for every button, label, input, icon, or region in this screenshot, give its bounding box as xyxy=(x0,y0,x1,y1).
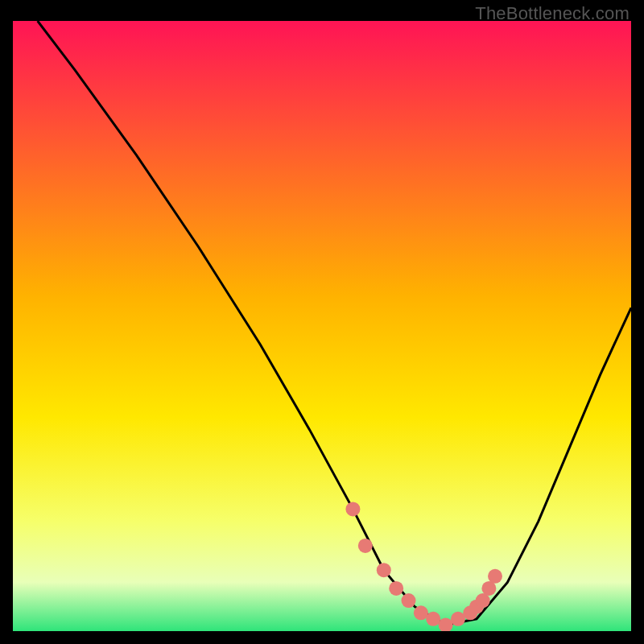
highlight-dot xyxy=(451,612,465,626)
highlight-dot xyxy=(377,563,391,577)
chart-frame xyxy=(13,21,631,631)
highlight-dot xyxy=(358,539,373,553)
highlight-dot xyxy=(345,502,360,516)
highlight-dot xyxy=(402,593,416,608)
highlight-dot xyxy=(414,605,428,620)
chart-svg xyxy=(13,21,631,631)
highlight-dot xyxy=(426,612,440,626)
highlight-dot xyxy=(488,569,502,584)
highlight-dot xyxy=(476,593,490,608)
highlight-dot xyxy=(389,581,403,596)
